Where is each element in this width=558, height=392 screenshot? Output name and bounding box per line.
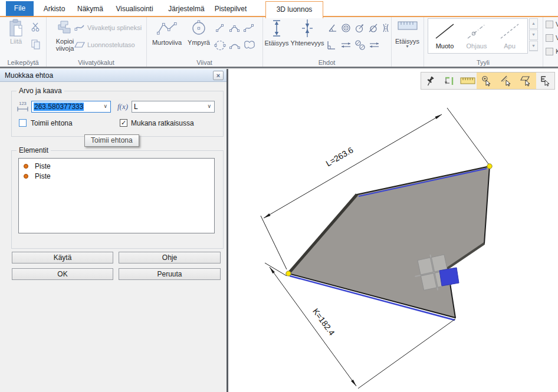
tab-visualisointi[interactable]: Visualisointi — [110, 2, 159, 16]
snap-line-button[interactable] — [497, 73, 516, 89]
pin-icon — [425, 76, 435, 86]
vertex-handle-left[interactable] — [286, 271, 291, 276]
option-checkbox-2[interactable] — [546, 34, 553, 42]
dimension-value-icon: 123 — [17, 100, 29, 113]
arc-icon[interactable] — [229, 41, 240, 50]
equal-distance-constraint-icon[interactable] — [369, 41, 380, 49]
elements-group-label: Elementit — [17, 146, 51, 154]
pin-button[interactable] — [421, 73, 439, 89]
coincidence-button[interactable]: Yhtenevyys — [290, 19, 325, 47]
dim-L-arrow-start — [264, 213, 271, 218]
list-item[interactable]: Piste — [19, 171, 214, 181]
snap-face-button[interactable] — [516, 73, 536, 89]
reference-line-button[interactable] — [439, 73, 458, 89]
polyline-button[interactable]: Murtoviiva — [149, 21, 185, 46]
spline-chain-label: Viivaketju splineksi — [87, 24, 142, 31]
list-item[interactable]: Piste — [19, 161, 214, 171]
tab-3d-luonnos[interactable]: 3D luonnos — [265, 1, 323, 18]
elements-listbox[interactable]: Piste Piste — [18, 158, 215, 233]
chevron-down-icon[interactable]: ∨ — [103, 103, 107, 109]
snap-edge-icon — [540, 75, 551, 87]
group-label-viivatyokalut: Viivatyökalut — [46, 59, 146, 66]
selected-face[interactable] — [439, 268, 459, 286]
apply-button[interactable]: Käytä — [12, 252, 113, 263]
style-ohjaus-label: Ohjaus — [461, 42, 492, 50]
measure-button[interactable] — [458, 73, 477, 89]
formula-text: L — [134, 103, 138, 111]
equal-radius-constraint-icon[interactable] — [355, 39, 366, 51]
circle-icon — [191, 20, 207, 37]
tab-arkisto[interactable]: Arkisto — [37, 2, 72, 16]
dropdown-caret-icon: ▾ — [391, 45, 424, 48]
option-label-1: V — [556, 21, 558, 28]
close-icon[interactable]: × — [213, 71, 224, 80]
tab-jarjestelma[interactable]: Järjestelmä — [163, 2, 210, 16]
solid-line-style-icon — [433, 21, 457, 41]
arc-three-point-icon[interactable] — [229, 23, 240, 33]
style-item-ohjaus[interactable]: Ohjaus — [461, 20, 492, 51]
style-item-muoto[interactable]: Muoto — [429, 20, 460, 51]
scroll-up-icon[interactable]: ▲ — [529, 18, 538, 29]
dim-L-label[interactable]: L=263.6 — [324, 145, 355, 168]
acts-as-constraint-checkbox[interactable] — [19, 119, 27, 127]
tab-file[interactable]: File — [6, 1, 34, 16]
formula-combobox[interactable]: L ∨ — [132, 101, 215, 113]
included-in-solution-checkbox[interactable]: ✓ — [120, 119, 127, 127]
reference-line-icon — [444, 76, 454, 86]
paste-button[interactable]: Liitä — [4, 19, 28, 45]
distance-constraint-label: Etäisyys — [264, 39, 290, 47]
sketch-plane-label: Luonnostelutaso — [87, 41, 135, 48]
dashed-circle-icon[interactable] — [214, 39, 226, 51]
dashed-line-style-icon — [498, 21, 521, 41]
point-bullet-icon — [24, 174, 28, 179]
perpendicular-constraint-icon[interactable] — [326, 40, 336, 50]
angle-constraint-icon[interactable] — [327, 24, 337, 33]
tab-pistepilvet[interactable]: Pistepilvet — [210, 2, 251, 16]
option-checkbox-3[interactable] — [546, 48, 553, 55]
coincidence-icon — [301, 19, 313, 38]
parallel-constraint-icon[interactable] — [340, 41, 352, 49]
scroll-down-icon[interactable]: ▼ — [529, 29, 538, 40]
concentric-constraint-icon[interactable] — [341, 23, 351, 33]
dialog-title[interactable]: Muokkaa ehtoa — [0, 69, 227, 82]
group-viivatyokalut: Kopioi viivoja Viivaketju splineksi Luon… — [46, 17, 147, 67]
included-in-solution-label: Mukana ratkaisussa — [131, 119, 194, 127]
copy-lines-icon — [56, 19, 74, 38]
group-tyyli: Muoto Ohjaus Apu ▲ ▼ ▼ Tyyli — [424, 17, 543, 67]
list-item-label: Piste — [35, 172, 51, 180]
freeform-icon[interactable] — [243, 39, 256, 50]
tangent-constraint-icon[interactable] — [355, 23, 365, 33]
snap-edge-button[interactable] — [536, 73, 554, 89]
style-item-apu[interactable]: Apu — [494, 20, 525, 51]
value-formula-group-label: Arvo ja kaava — [17, 87, 64, 95]
style-muoto-label: Muoto — [429, 42, 460, 50]
distance-constraint-button[interactable]: Etäisyys — [264, 19, 290, 47]
copy-icon[interactable] — [31, 39, 41, 50]
style-gallery-scroll: ▲ ▼ ▼ — [529, 18, 538, 52]
line-icon[interactable] — [215, 23, 225, 33]
sketch-polygon[interactable] — [288, 166, 490, 318]
option-checkbox-1[interactable] — [546, 21, 553, 28]
snap-point-button[interactable] — [477, 73, 496, 89]
sketch-plane-button[interactable]: Luonnostelutaso — [74, 41, 135, 48]
distance-dropdown-button[interactable]: Etäisyys ▾ — [391, 21, 424, 48]
cancel-button[interactable]: Peruuta — [119, 268, 221, 280]
symmetry-constraint-icon[interactable] — [381, 23, 390, 33]
cut-icon[interactable] — [31, 22, 40, 32]
spline-chain-button[interactable]: Viivaketju splineksi — [74, 23, 142, 32]
spline-icon[interactable] — [243, 22, 255, 34]
group-etaisyys-button: Etäisyys ▾ — [391, 17, 424, 67]
tab-nakyma[interactable]: Näkymä — [72, 2, 109, 16]
circle-button[interactable]: Ympyrä — [185, 20, 212, 46]
tangent-line-constraint-icon[interactable] — [368, 24, 378, 33]
sketch-canvas[interactable]: L=263.6 K=182.4 — [228, 69, 558, 392]
svg-text:123: 123 — [19, 101, 27, 106]
help-button[interactable]: Ohje — [119, 252, 221, 263]
value-text: 263.580377333 — [34, 103, 84, 111]
chevron-down-icon[interactable]: ∨ — [207, 103, 211, 109]
dim-K-label[interactable]: K=182.4 — [311, 307, 337, 337]
vertex-handle-top[interactable] — [487, 164, 492, 169]
ok-button[interactable]: OK — [12, 268, 113, 280]
value-combobox[interactable]: 263.580377333 ∨ — [31, 101, 111, 113]
scroll-more-icon[interactable]: ▼ — [529, 41, 538, 51]
